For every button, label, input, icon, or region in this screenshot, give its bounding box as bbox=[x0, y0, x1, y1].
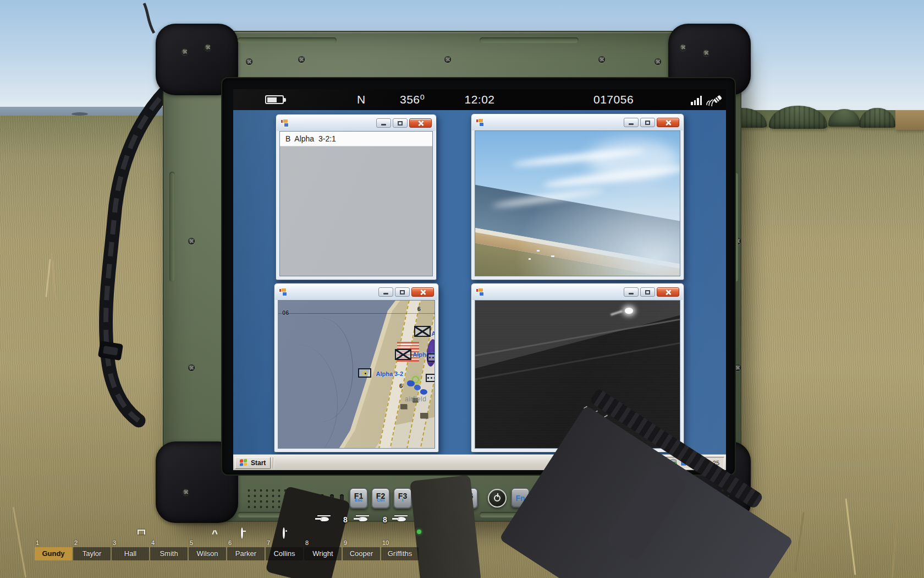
squad-unit-griffiths[interactable]: 10 Griffiths bbox=[381, 539, 419, 560]
close-icon bbox=[665, 289, 672, 296]
squad-unit-wright[interactable]: 8 Wright bbox=[304, 539, 342, 560]
power-button[interactable] bbox=[488, 489, 507, 508]
aerial-video-feed[interactable] bbox=[475, 130, 680, 276]
battery-icon bbox=[265, 95, 284, 104]
screw bbox=[598, 56, 605, 63]
minimize-icon bbox=[629, 293, 634, 295]
helicopter-icon bbox=[392, 514, 410, 524]
vehicle-count: 8 bbox=[343, 515, 348, 524]
heading-value: 356⁰ bbox=[400, 93, 425, 106]
grid-label: 6 bbox=[417, 306, 421, 312]
close-button[interactable] bbox=[409, 118, 432, 128]
maximize-icon bbox=[645, 121, 650, 125]
screw bbox=[188, 238, 195, 244]
unit-number: 1 bbox=[35, 539, 72, 547]
squad-unit-hall[interactable]: 3 Hall bbox=[112, 539, 149, 560]
key-f1[interactable]: F1 Esc bbox=[349, 488, 368, 509]
mech-unit-marker[interactable] bbox=[414, 326, 431, 337]
compass-letter: N bbox=[357, 93, 366, 106]
tablet-screen: N 356⁰ 12:02 017056 bbox=[233, 89, 726, 470]
distant-building bbox=[529, 258, 531, 260]
rugged-tablet-device: N 356⁰ 12:02 017056 bbox=[163, 31, 741, 522]
video-window-titlebar[interactable] bbox=[472, 114, 683, 130]
minimize-button[interactable] bbox=[624, 287, 639, 297]
helicopter-icon bbox=[315, 514, 333, 524]
infantry-unit-marker[interactable] bbox=[427, 353, 435, 362]
close-button[interactable] bbox=[657, 118, 679, 127]
screw bbox=[444, 56, 451, 63]
minimize-icon bbox=[381, 124, 386, 126]
app-icon bbox=[476, 118, 485, 127]
maximize-button[interactable] bbox=[640, 118, 655, 127]
maximize-icon bbox=[398, 121, 403, 126]
squad-unit-collins[interactable]: 7 Collins bbox=[266, 539, 303, 560]
close-icon bbox=[417, 120, 424, 127]
messages-list[interactable]: B Alpha 3-2:1 bbox=[279, 131, 433, 276]
recon-unit-marker[interactable] bbox=[358, 368, 371, 378]
unit-name: Wright bbox=[304, 547, 342, 560]
unit-number: 7 bbox=[266, 539, 303, 547]
squad-unit-parker[interactable]: 6 Parker bbox=[227, 539, 265, 560]
unit-name: Smith bbox=[150, 547, 188, 560]
key-sublabel: Esc bbox=[350, 498, 367, 503]
minimize-button[interactable] bbox=[378, 287, 393, 297]
squad-unit-taylor[interactable]: 2 Taylor bbox=[73, 539, 111, 560]
squad-unit-gundy[interactable]: 1 Gundy bbox=[35, 539, 72, 560]
squad-unit-cooper[interactable]: 9 Cooper bbox=[343, 539, 380, 560]
atmospheric-haze bbox=[475, 131, 680, 276]
key-f3[interactable]: F3 i bbox=[393, 488, 412, 509]
close-button[interactable] bbox=[411, 287, 434, 297]
desktop[interactable]: B Alpha 3-2:1 bbox=[233, 110, 726, 470]
unit-label: Alpha 3-2 bbox=[376, 370, 404, 377]
unit-name: Taylor bbox=[73, 547, 111, 560]
screw bbox=[188, 364, 195, 371]
close-icon bbox=[665, 119, 672, 126]
maximize-button[interactable] bbox=[395, 287, 410, 297]
squad-unit-wilson[interactable]: 5 Wilson bbox=[189, 539, 226, 560]
maximize-icon bbox=[645, 290, 650, 295]
squad-unit-smith[interactable]: 4 Smith bbox=[150, 539, 188, 560]
storage-building bbox=[895, 110, 924, 130]
key-sublabel: i bbox=[394, 498, 411, 503]
windows-logo-icon bbox=[240, 459, 248, 467]
thermal-window-titlebar[interactable] bbox=[472, 284, 683, 300]
maximize-button[interactable] bbox=[640, 287, 655, 297]
case-ridge bbox=[480, 37, 579, 43]
unit-name: Cooper bbox=[343, 547, 380, 560]
start-button[interactable]: Start bbox=[235, 457, 271, 469]
messages-window-titlebar[interactable] bbox=[277, 115, 436, 131]
maximize-icon bbox=[400, 290, 405, 295]
taskbar-separator bbox=[273, 457, 274, 468]
unit-number: 9 bbox=[343, 539, 380, 547]
unit-cluster-blob bbox=[420, 389, 427, 395]
power-icon bbox=[494, 495, 501, 501]
yellow-ring-icon bbox=[362, 370, 367, 375]
key-f2[interactable]: F2 Ctrl bbox=[371, 488, 390, 509]
weapon-grip bbox=[410, 475, 481, 578]
place-label: airfield bbox=[405, 395, 426, 403]
minimize-button[interactable] bbox=[624, 118, 639, 127]
building bbox=[420, 413, 428, 418]
mech-unit-marker[interactable] bbox=[395, 349, 411, 360]
map-window-titlebar[interactable] bbox=[275, 284, 438, 300]
unit-number: 2 bbox=[73, 539, 111, 547]
key-sublabel: Ctrl bbox=[372, 498, 389, 503]
tactical-map[interactable]: 06 6 6 Alpha 3 Alpha 3-1 Alpha 3-2 bbox=[278, 300, 435, 449]
minimize-icon bbox=[629, 123, 634, 125]
unit-number: 5 bbox=[189, 539, 226, 547]
maximize-button[interactable] bbox=[393, 118, 408, 128]
infantry-unit-marker[interactable] bbox=[426, 374, 435, 382]
signal-bars-icon bbox=[691, 96, 702, 105]
close-button[interactable] bbox=[657, 287, 679, 297]
satellite-icon bbox=[705, 92, 723, 107]
minimize-button[interactable] bbox=[376, 118, 391, 128]
unit-number: 10 bbox=[381, 539, 419, 547]
screen-frame: N 356⁰ 12:02 017056 bbox=[221, 77, 736, 476]
screw bbox=[298, 56, 305, 63]
map-window: 06 6 6 Alpha 3 Alpha 3-1 Alpha 3-2 bbox=[274, 283, 439, 452]
screw bbox=[183, 489, 189, 495]
unit-name: Wilson bbox=[189, 547, 226, 560]
channel-list-item[interactable]: B Alpha 3-2:1 bbox=[280, 132, 432, 146]
screw bbox=[246, 58, 252, 65]
messages-window: B Alpha 3-2:1 bbox=[276, 114, 437, 280]
